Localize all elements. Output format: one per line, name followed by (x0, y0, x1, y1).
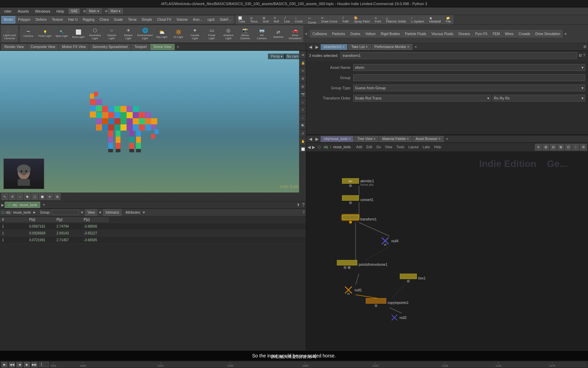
graph-icon-2[interactable]: ⊞ (542, 144, 549, 151)
vs-help-btn[interactable]: ? (299, 106, 306, 114)
node-box1[interactable]: box1 (400, 274, 426, 282)
graph-icon-6[interactable]: ↕ (572, 144, 579, 151)
menu-windows[interactable]: Windows (32, 9, 53, 14)
tb-terrai[interactable]: Terrai (126, 16, 139, 24)
node-name-input[interactable] (340, 52, 577, 59)
tb-grains[interactable]: Grains (348, 30, 362, 37)
graph-edit-btn[interactable]: Edit (365, 144, 374, 150)
tb-cloudfx[interactable]: Cloud FX (155, 16, 174, 24)
asset-name-dropdown[interactable]: xform ▾ (353, 64, 585, 71)
node-pointsfromvolume1[interactable]: pointsfromvolume1 (337, 260, 387, 269)
stereo-camera-btn[interactable]: 📸 StereoCamera (237, 26, 253, 42)
drive-simulation-btn[interactable]: 🚗 Drive Simulation (287, 26, 303, 42)
vs-home-btn[interactable]: ⌂ (299, 98, 306, 106)
tab-material-palette[interactable]: Material Palette × (379, 136, 412, 142)
graph-path-reuse-tools[interactable]: reuse_tools (333, 145, 351, 149)
graph-add-btn[interactable]: Add (355, 144, 364, 150)
graph-go-btn[interactable]: Go (375, 144, 382, 150)
tb-curve[interactable]: 〜Curve (306, 15, 318, 24)
switcher-btn[interactable]: ⇄ Switcher (270, 26, 287, 42)
graph-view-btn[interactable]: View (383, 144, 394, 150)
tab-take-list[interactable]: Take List × (348, 44, 371, 50)
graph-forward-btn[interactable]: ▶ (314, 137, 320, 141)
rot-order-dropdown[interactable]: Rx Ry Rz ▾ (492, 95, 585, 102)
transform-order-dropdown[interactable]: Scale Rot Trans ▾ (353, 95, 491, 102)
group-type-dropdown[interactable]: Guess from Group ▾ (353, 85, 585, 91)
graph-layout-btn[interactable]: Layout (407, 144, 420, 150)
sky-light-btn[interactable]: ⛅ Sky Light (153, 26, 170, 42)
tl-step-prev-btn[interactable]: ◀ (16, 362, 22, 367)
graph-icon-1[interactable]: ✕ (535, 144, 542, 151)
graph-path-obj[interactable]: obj (324, 145, 328, 149)
tb-volume[interactable]: Volume (174, 16, 190, 24)
node-alembic1[interactable]: abc alembic1 horse.abc (342, 178, 374, 187)
vs-eye-btn[interactable]: 👁 (299, 51, 306, 59)
environment-light-btn[interactable]: 🌐 EnvironmentLight (137, 26, 153, 42)
graph-icon-3[interactable]: ⊟ (550, 144, 557, 151)
workspace-dropdown[interactable]: Main ▾ (86, 9, 101, 14)
tb-particles[interactable]: Particles (330, 30, 347, 37)
props-tab-add[interactable]: + (413, 44, 419, 50)
tb-drawcurve[interactable]: ✏Draw Curve (319, 15, 340, 24)
tab-obj-reuse-tools[interactable]: /obj/reuse_tools × (321, 136, 354, 142)
tl-ruler[interactable]: 1001 1008 1032 1056 1080 1104 1128 1152 … (50, 362, 587, 367)
tab-render-view[interactable]: Render View (1, 44, 27, 50)
graph-icon-5[interactable]: ⊡ (565, 144, 572, 151)
node-null2[interactable]: null2 (391, 314, 407, 321)
graph-labs-btn[interactable]: Labs (421, 144, 431, 150)
props-settings-btn[interactable]: ⚙ (583, 45, 587, 49)
props-forward-btn[interactable]: ▶ (314, 45, 320, 49)
vp-rotate-btn[interactable]: ↺ (9, 193, 16, 200)
graph-area[interactable]: Indie Edition Ge... (306, 152, 588, 350)
tb-sidef[interactable]: SideF... (217, 16, 233, 24)
tab-xtransform1[interactable]: xtransform1 × (321, 44, 347, 50)
tab-asset-browser[interactable]: Asset Browser × (412, 136, 443, 142)
menu-nder[interactable]: nder (1, 9, 14, 14)
tb-pyro-fx[interactable]: Pyro FX (473, 30, 490, 37)
workspace2-dropdown[interactable]: Main ▾ (108, 9, 123, 14)
bottom-tab-obj[interactable]: ⬡ obj : reuse_tools (5, 202, 40, 208)
ss-filter-icon[interactable]: ▼ (80, 211, 84, 214)
tb-null[interactable]: ✕Null (271, 15, 281, 24)
tb-model[interactable]: Model (1, 16, 15, 24)
tab-composite-view[interactable]: Composite View (28, 44, 58, 50)
graph-nav-back[interactable]: ◀ (308, 145, 311, 150)
ss-help-btn[interactable]: ? (303, 211, 305, 214)
tl-step-next-btn[interactable]: ▶ (24, 362, 30, 367)
ss-attrs-dropdown[interactable]: ▼ (142, 211, 146, 214)
node-null1[interactable]: null1 (344, 285, 362, 295)
props-back-btn[interactable]: ◀ (308, 45, 313, 49)
tb-polygon[interactable]: Polygon (16, 16, 33, 24)
menu-help[interactable]: Help (54, 9, 67, 14)
tb-cgcb[interactable]: cgcb (205, 16, 217, 24)
bottom-tab-add[interactable]: + (41, 202, 47, 208)
toolbar2-add-btn[interactable]: + (564, 31, 567, 36)
vp-fly-btn[interactable]: ✈ (46, 193, 53, 200)
tb-texture[interactable]: Texture (49, 16, 65, 24)
tb-fem[interactable]: FEM (490, 30, 502, 37)
volume-light-btn[interactable]: ○ VolumeLight (103, 26, 120, 42)
vs-lock-btn[interactable]: 🔒 (299, 59, 306, 67)
vp-select-btn[interactable]: ↖ (1, 193, 8, 200)
vs-zoom-btn[interactable]: 🔍 (299, 122, 306, 129)
graph-nav-forward[interactable]: ▶ (312, 145, 315, 150)
tl-next-btn[interactable]: ▶▶ (31, 362, 37, 367)
tl-play-btn[interactable]: ▶ (1, 362, 7, 367)
graph-tools-btn[interactable]: Tools (395, 144, 406, 150)
bottom-panel-expand[interactable]: ⬆ (297, 203, 300, 207)
tb-simple[interactable]: Simple (139, 16, 154, 24)
tb-platonic[interactable]: △Platonic Solids (383, 15, 408, 24)
view-tab-add[interactable]: + (175, 44, 181, 50)
camera-btn[interactable]: 📷 Camera (20, 26, 36, 42)
ss-view-btn[interactable]: View (85, 209, 97, 216)
graph-back-btn[interactable]: ◀ (308, 137, 313, 141)
vp-scale-btn[interactable]: ✱ (24, 193, 31, 200)
vs-grid-btn[interactable]: ⊞ (299, 83, 306, 90)
area-light-btn[interactable]: ⬜ Area Light (70, 26, 86, 42)
vs-arrow-btn[interactable]: ↕ (299, 114, 306, 122)
distant-light-btn[interactable]: ☀ Distant Light (120, 26, 136, 42)
tb-metaball[interactable]: ◉Metaball (427, 15, 443, 24)
spot-light-btn[interactable]: 🔦 Spot Light (53, 26, 70, 42)
tl-frame-input[interactable] (39, 362, 49, 367)
tb-particle-fluids[interactable]: Particle Fluids (403, 30, 429, 37)
